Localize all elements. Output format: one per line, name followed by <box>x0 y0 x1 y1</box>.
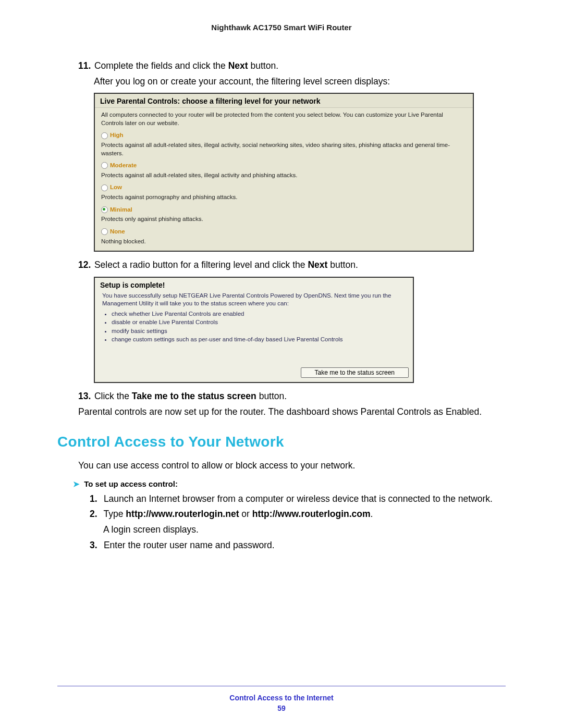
filter-option-high[interactable]: High Protects against all adult-related … <box>101 131 467 157</box>
panel2-title: Setup is complete! <box>95 278 413 291</box>
product-header: Nighthawk AC1750 Smart WiFi Router <box>57 23 506 32</box>
footer-section-title: Control Access to the Internet <box>0 694 563 702</box>
filtering-level-panel: Live Parental Controls: choose a filteri… <box>94 93 474 252</box>
status-button-emph: Take me to the status screen <box>132 391 256 401</box>
substep-3: 3. Enter the router user name and passwo… <box>90 539 506 552</box>
footer-rule <box>57 686 506 686</box>
task-heading: ➤ To set up access control: <box>73 479 506 489</box>
url-2: http://www.routerlogin.com <box>252 509 371 519</box>
substep-1: 1. Launch an Internet browser from a com… <box>90 493 506 505</box>
task-label: To set up access control: <box>84 479 178 488</box>
next-button-emph: Next <box>308 260 327 270</box>
radio-icon[interactable] <box>101 184 108 191</box>
option-label: Moderate <box>110 162 137 170</box>
step-text: Enter the router user name and password. <box>104 540 275 550</box>
document-page: Nighthawk AC1750 Smart WiFi Router 11. C… <box>0 0 563 728</box>
substep-2: 2. Type http://www.routerlogin.net or ht… <box>90 508 506 521</box>
footer-page-number: 59 <box>0 704 563 712</box>
step-number: 12. <box>78 259 92 272</box>
panel-title: Live Parental Controls: choose a filteri… <box>95 94 473 108</box>
list-item: disable or enable Live Parental Controls <box>112 318 406 327</box>
radio-icon[interactable] <box>101 162 108 169</box>
panel2-bullet-list: check whether Live Parental Controls are… <box>112 310 406 344</box>
option-label: Low <box>110 183 122 192</box>
option-label: High <box>110 131 124 140</box>
step-text: or <box>239 509 252 519</box>
panel2-intro: You have successfully setup NETGEAR Live… <box>102 292 406 308</box>
option-desc: Protects against all adult-related sites… <box>101 171 467 180</box>
status-screen-button[interactable]: Take me to the status screen <box>301 367 409 378</box>
radio-icon[interactable] <box>101 132 108 139</box>
step-text: . <box>371 509 373 519</box>
page-footer: Control Access to the Internet 59 <box>0 694 563 712</box>
substep-2-detail: A login screen displays. <box>103 524 506 536</box>
step-11-detail: After you log on or create your account,… <box>94 76 506 88</box>
step-number: 2. <box>90 508 101 521</box>
radio-icon[interactable] <box>101 228 108 235</box>
step-text: Click the <box>94 391 132 401</box>
step-number: 1. <box>90 493 101 505</box>
option-label: Minimal <box>110 206 132 214</box>
step-number: 3. <box>90 539 101 552</box>
step-13-detail: Parental controls are now set up for the… <box>78 406 506 418</box>
option-desc: Protects against all adult-related sites… <box>101 141 467 157</box>
step-number: 11. <box>78 60 92 72</box>
step-11: 11. Complete the fields and click the Ne… <box>78 60 506 72</box>
section-heading: Control Access to Your Network <box>57 434 506 450</box>
list-item: modify basic settings <box>112 327 406 336</box>
step-13: 13. Click the Take me to the status scre… <box>78 390 506 403</box>
filter-option-minimal[interactable]: Minimal Protects only against phishing a… <box>101 206 467 224</box>
panel-intro: All computers connected to your router w… <box>101 111 467 127</box>
step-12: 12. Select a radio button for a filterin… <box>78 259 506 272</box>
option-desc: Protects against pornography and phishin… <box>101 193 467 202</box>
step-text: button. <box>327 260 358 270</box>
filter-option-none[interactable]: None Nothing blocked. <box>101 228 467 245</box>
radio-icon[interactable] <box>101 206 108 213</box>
chevron-icon: ➤ <box>73 479 80 488</box>
option-desc: Protects only against phishing attacks. <box>101 215 467 224</box>
step-number: 13. <box>78 390 92 403</box>
option-label: None <box>110 228 125 236</box>
step-text: button. <box>248 60 278 71</box>
step-text: button. <box>256 391 287 401</box>
url-1: http://www.routerlogin.net <box>126 509 239 519</box>
section-intro: You can use access control to allow or b… <box>78 460 506 472</box>
option-desc: Nothing blocked. <box>101 238 467 246</box>
next-button-emph: Next <box>228 60 248 71</box>
setup-complete-panel: Setup is complete! You have successfully… <box>94 277 414 383</box>
step-text: Type <box>104 509 126 519</box>
step-text: Launch an Internet browser from a comput… <box>104 493 493 504</box>
list-item: change custom settings such as per-user … <box>112 336 406 344</box>
list-item: check whether Live Parental Controls are… <box>112 310 406 318</box>
step-text: Select a radio button for a filtering le… <box>94 260 308 270</box>
filter-option-low[interactable]: Low Protects against pornography and phi… <box>101 183 467 201</box>
filter-option-moderate[interactable]: Moderate Protects against all adult-rela… <box>101 162 467 179</box>
step-text: Complete the fields and click the <box>94 60 228 71</box>
